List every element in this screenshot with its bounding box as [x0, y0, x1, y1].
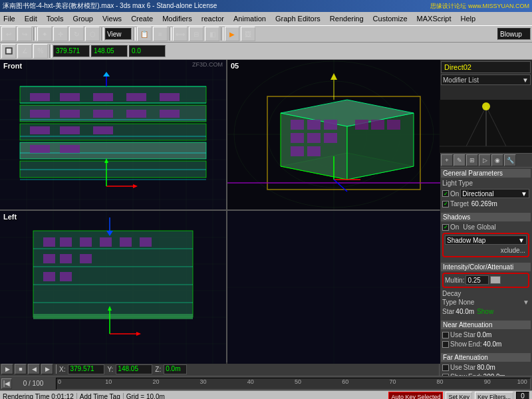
prev-frame-btn[interactable]: ◀ — [28, 364, 40, 374]
redo-btn[interactable]: ↪ — [17, 27, 32, 41]
reference-coord[interactable]: View — [105, 28, 132, 40]
near-atten-header[interactable]: Near Attenuation — [441, 321, 531, 329]
exclude-btn[interactable]: xclude... — [445, 246, 527, 255]
light-type-dropdown[interactable]: Directional ▼ — [460, 189, 529, 198]
shadow-type-dropdown[interactable]: Shadow Map ▼ — [445, 235, 527, 245]
menu-graph-editors[interactable]: Graph Editors — [273, 14, 323, 23]
rp-icon-hierarchy[interactable]: ⊞ — [466, 154, 478, 166]
set-key-btn[interactable]: Set Key — [446, 392, 472, 400]
menu-reactor[interactable]: reactor — [200, 14, 226, 23]
multin-input[interactable] — [466, 275, 489, 285]
timeline-bar[interactable]: 0 10 20 30 40 50 60 70 80 90 100 — [56, 378, 531, 390]
show-btn[interactable]: Show — [477, 308, 493, 315]
shadows-on-checkbox[interactable]: ✓ — [442, 224, 449, 231]
y-field[interactable]: 148.05 — [116, 364, 152, 374]
stop-btn[interactable]: ■ — [15, 364, 27, 374]
add-time-tag[interactable]: Add Time Tag — [80, 393, 120, 399]
near-use-checkbox[interactable] — [442, 332, 449, 338]
mirror-btn[interactable]: ⟺ — [173, 27, 188, 41]
z-coord-field[interactable]: 0.0 — [129, 45, 166, 57]
far-atten-header[interactable]: Far Attenuation — [441, 353, 531, 362]
prev-key-btn[interactable]: |◀ — [1, 378, 12, 389]
intensity-header[interactable]: Intensity/Color/Attenuati — [441, 263, 531, 271]
menu-rendering[interactable]: Rendering — [328, 14, 366, 23]
app-title: 涿南图书馆-4-hxt-美容(教材模型).max - 3ds max 6 - S… — [3, 1, 217, 11]
menu-create[interactable]: Create — [129, 14, 155, 23]
near-star-label: Star — [464, 331, 475, 338]
multin-label: Multin: — [445, 277, 464, 284]
next-frame-btn[interactable]: ▶ — [41, 364, 53, 374]
svg-rect-68 — [371, 120, 384, 130]
render-btn[interactable]: ▶ — [225, 27, 239, 41]
menu-animation[interactable]: Animation — [231, 14, 268, 23]
shadows-header[interactable]: Shadows — [441, 213, 531, 221]
align-btn[interactable]: ⊟ — [189, 27, 203, 41]
svg-rect-64 — [324, 133, 337, 143]
render-type[interactable]: Blowup — [497, 28, 531, 40]
y-coord-field[interactable]: 148.05 — [91, 45, 128, 57]
viewport-left[interactable]: Left — [0, 211, 226, 364]
x-field[interactable]: 379.571 — [68, 364, 104, 374]
rp-icon-motion[interactable]: ▷ — [479, 154, 491, 166]
viewport-perspective[interactable] — [227, 211, 440, 364]
undo-btn[interactable]: ↩ — [1, 27, 16, 41]
modifier-list-dropdown[interactable]: Modifier List ▼ — [441, 74, 531, 85]
status-sep-1 — [76, 393, 77, 400]
move-btn[interactable]: ✛ — [53, 27, 68, 41]
frame-input[interactable]: 0 — [516, 392, 529, 400]
rp-icon-utilities[interactable]: 🔧 — [504, 154, 516, 166]
svg-rect-31 — [126, 93, 146, 101]
coord-display: X: 379.571 Y: 148.05 Z: 0.0m — [59, 364, 187, 374]
named-sets[interactable]: ≡ — [153, 27, 168, 41]
layer-btn[interactable]: ◧ — [205, 27, 219, 41]
far-use-label: Use — [450, 364, 462, 371]
far-use-checkbox[interactable] — [442, 364, 449, 371]
key-filters-btn[interactable]: Key Filters... — [475, 392, 513, 400]
color-swatch[interactable] — [490, 276, 501, 284]
menu-modifiers[interactable]: Modifiers — [160, 14, 194, 23]
far-star-value: 80.0m — [477, 364, 495, 371]
object-name-field[interactable]: Direct02 — [441, 61, 531, 73]
params-scroll[interactable]: General Parameters Light Type ✓ On Direc… — [440, 168, 532, 376]
multin-row: Multin: — [445, 275, 527, 285]
vp-sep — [56, 364, 57, 374]
target-checkbox[interactable]: ✓ — [442, 201, 449, 207]
menu-file[interactable]: File — [1, 14, 17, 23]
viewport-front[interactable]: Front — [0, 60, 226, 209]
menu-edit[interactable]: Edit — [23, 14, 39, 23]
z-field[interactable]: 0.0m — [164, 364, 187, 374]
far-show-checkbox[interactable] — [442, 374, 449, 376]
star-value: 40.0m — [456, 308, 474, 315]
menu-help[interactable]: Help — [459, 14, 478, 23]
percent-snap[interactable]: % — [33, 44, 48, 59]
menu-group[interactable]: Group — [70, 14, 95, 23]
menu-maxscript[interactable]: MAXScript — [415, 14, 454, 23]
rp-icon-display[interactable]: ◉ — [491, 154, 503, 166]
snap-toggle[interactable]: 🔲 — [1, 44, 16, 59]
menu-customize[interactable]: Customize — [371, 14, 410, 23]
svg-rect-104 — [43, 254, 55, 263]
auto-key-btn[interactable]: Auto Key Selected — [388, 392, 443, 400]
angle-snap[interactable]: ∠ — [17, 44, 32, 59]
rp-icon-create[interactable]: + — [441, 154, 453, 166]
light-type-label-text: Light Type — [442, 180, 473, 187]
select-filter[interactable]: 📋 — [137, 27, 152, 41]
play-btn[interactable]: ▶ — [1, 364, 13, 374]
rp-icon-modify[interactable]: ✎ — [454, 154, 466, 166]
general-params-header[interactable]: General Parameters — [441, 169, 531, 178]
rotate-btn[interactable]: ↻ — [69, 27, 84, 41]
use-global-label: Use Global — [463, 223, 495, 231]
tick-70: 70 — [388, 378, 396, 385]
svg-rect-60 — [307, 120, 321, 130]
near-show-checkbox[interactable] — [442, 341, 449, 348]
viewport-05[interactable]: 05 — [227, 60, 440, 209]
select-btn[interactable]: ✦ — [37, 27, 52, 41]
x-coord-field[interactable]: 379.571 — [53, 45, 90, 57]
menu-views[interactable]: Views — [100, 14, 124, 23]
menu-tools[interactable]: Tools — [45, 14, 66, 23]
shadow-type-highlight: Shadow Map ▼ xclude... — [442, 233, 529, 257]
svg-rect-29 — [60, 93, 80, 101]
on-checkbox[interactable]: ✓ — [442, 190, 449, 197]
quickrender-btn[interactable]: 🖼 — [241, 27, 255, 41]
scale-btn[interactable]: ⬡ — [85, 27, 100, 41]
